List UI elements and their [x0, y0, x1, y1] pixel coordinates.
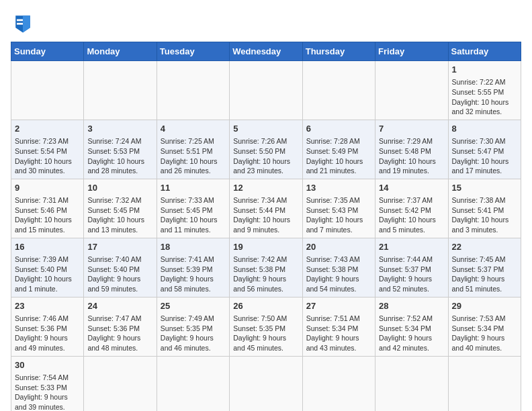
- day-number: 7: [379, 123, 444, 135]
- day-number: 17: [87, 241, 152, 253]
- day-number: 13: [306, 182, 371, 194]
- calendar-cell: 9Sunrise: 7:31 AM Sunset: 5:46 PM Daylig…: [11, 179, 84, 238]
- day-number: 15: [452, 182, 517, 194]
- day-number: 19: [233, 241, 298, 253]
- day-number: 11: [161, 182, 226, 194]
- day-info: Sunrise: 7:37 AM Sunset: 5:42 PM Dayligh…: [379, 196, 436, 234]
- day-info: Sunrise: 7:28 AM Sunset: 5:49 PM Dayligh…: [306, 137, 363, 175]
- calendar-cell: [157, 356, 229, 411]
- day-info: Sunrise: 7:38 AM Sunset: 5:41 PM Dayligh…: [452, 196, 509, 234]
- day-info: Sunrise: 7:54 AM Sunset: 5:33 PM Dayligh…: [15, 373, 69, 411]
- day-info: Sunrise: 7:52 AM Sunset: 5:34 PM Dayligh…: [379, 314, 433, 352]
- calendar-table: SundayMondayTuesdayWednesdayThursdayFrid…: [11, 42, 521, 411]
- weekday-header-monday: Monday: [84, 42, 157, 61]
- day-number: 3: [87, 123, 152, 135]
- calendar-cell: 20Sunrise: 7:43 AM Sunset: 5:38 PM Dayli…: [302, 238, 375, 297]
- day-number: 18: [161, 241, 226, 253]
- calendar-cell: 6Sunrise: 7:28 AM Sunset: 5:49 PM Daylig…: [302, 120, 375, 179]
- calendar-cell: 7Sunrise: 7:29 AM Sunset: 5:48 PM Daylig…: [375, 120, 448, 179]
- day-info: Sunrise: 7:42 AM Sunset: 5:38 PM Dayligh…: [233, 255, 287, 293]
- day-number: 28: [379, 300, 444, 312]
- weekday-header-thursday: Thursday: [302, 42, 375, 61]
- day-number: 5: [233, 123, 298, 135]
- day-info: Sunrise: 7:51 AM Sunset: 5:34 PM Dayligh…: [306, 314, 360, 352]
- day-number: 9: [15, 182, 80, 194]
- day-number: 29: [452, 300, 517, 312]
- day-info: Sunrise: 7:33 AM Sunset: 5:45 PM Dayligh…: [161, 196, 218, 234]
- weekday-header-wednesday: Wednesday: [230, 42, 302, 61]
- calendar-cell: 4Sunrise: 7:25 AM Sunset: 5:51 PM Daylig…: [157, 120, 229, 179]
- svg-rect-2: [17, 19, 23, 21]
- calendar-cell: 11Sunrise: 7:33 AM Sunset: 5:45 PM Dayli…: [157, 179, 229, 238]
- calendar-cell: [230, 356, 302, 411]
- calendar-cell: 1Sunrise: 7:22 AM Sunset: 5:55 PM Daylig…: [448, 61, 521, 120]
- calendar-cell: 22Sunrise: 7:45 AM Sunset: 5:37 PM Dayli…: [448, 238, 521, 297]
- day-number: 16: [15, 241, 80, 253]
- logo: [11, 11, 39, 35]
- calendar-cell: [375, 356, 448, 411]
- calendar-cell: 28Sunrise: 7:52 AM Sunset: 5:34 PM Dayli…: [375, 297, 448, 356]
- calendar-cell: 12Sunrise: 7:34 AM Sunset: 5:44 PM Dayli…: [230, 179, 302, 238]
- calendar-cell: 24Sunrise: 7:47 AM Sunset: 5:36 PM Dayli…: [84, 297, 157, 356]
- calendar-cell: 30Sunrise: 7:54 AM Sunset: 5:33 PM Dayli…: [11, 356, 84, 411]
- calendar-cell: 3Sunrise: 7:24 AM Sunset: 5:53 PM Daylig…: [84, 120, 157, 179]
- calendar-cell: 21Sunrise: 7:44 AM Sunset: 5:37 PM Dayli…: [375, 238, 448, 297]
- day-number: 2: [15, 123, 80, 135]
- calendar-cell: 13Sunrise: 7:35 AM Sunset: 5:43 PM Dayli…: [302, 179, 375, 238]
- day-number: 22: [452, 241, 517, 253]
- page-header: [11, 11, 521, 35]
- day-info: Sunrise: 7:35 AM Sunset: 5:43 PM Dayligh…: [306, 196, 363, 234]
- calendar-cell: [302, 356, 375, 411]
- calendar-cell: [84, 61, 157, 120]
- day-info: Sunrise: 7:25 AM Sunset: 5:51 PM Dayligh…: [161, 137, 218, 175]
- calendar-cell: 19Sunrise: 7:42 AM Sunset: 5:38 PM Dayli…: [230, 238, 302, 297]
- day-info: Sunrise: 7:40 AM Sunset: 5:40 PM Dayligh…: [87, 255, 141, 293]
- day-info: Sunrise: 7:49 AM Sunset: 5:35 PM Dayligh…: [161, 314, 214, 352]
- calendar-cell: 17Sunrise: 7:40 AM Sunset: 5:40 PM Dayli…: [84, 238, 157, 297]
- calendar-cell: [302, 61, 375, 120]
- calendar-cell: 23Sunrise: 7:46 AM Sunset: 5:36 PM Dayli…: [11, 297, 84, 356]
- calendar-cell: [230, 61, 302, 120]
- calendar-cell: 29Sunrise: 7:53 AM Sunset: 5:34 PM Dayli…: [448, 297, 521, 356]
- day-number: 12: [233, 182, 298, 194]
- day-info: Sunrise: 7:47 AM Sunset: 5:36 PM Dayligh…: [87, 314, 141, 352]
- weekday-header-sunday: Sunday: [11, 42, 84, 61]
- weekday-header-friday: Friday: [375, 42, 448, 61]
- day-info: Sunrise: 7:24 AM Sunset: 5:53 PM Dayligh…: [87, 137, 144, 175]
- weekday-header-saturday: Saturday: [448, 42, 521, 61]
- calendar-cell: 25Sunrise: 7:49 AM Sunset: 5:35 PM Dayli…: [157, 297, 229, 356]
- day-info: Sunrise: 7:53 AM Sunset: 5:34 PM Dayligh…: [452, 314, 506, 352]
- day-number: 30: [15, 359, 80, 371]
- day-info: Sunrise: 7:41 AM Sunset: 5:39 PM Dayligh…: [161, 255, 214, 293]
- calendar-cell: [84, 356, 157, 411]
- calendar-cell: [11, 61, 84, 120]
- day-info: Sunrise: 7:50 AM Sunset: 5:35 PM Dayligh…: [233, 314, 287, 352]
- day-info: Sunrise: 7:23 AM Sunset: 5:54 PM Dayligh…: [15, 137, 72, 175]
- day-number: 8: [452, 123, 517, 135]
- calendar-cell: [448, 356, 521, 411]
- calendar-cell: 5Sunrise: 7:26 AM Sunset: 5:50 PM Daylig…: [230, 120, 302, 179]
- day-number: 10: [87, 182, 152, 194]
- calendar-cell: 8Sunrise: 7:30 AM Sunset: 5:47 PM Daylig…: [448, 120, 521, 179]
- day-info: Sunrise: 7:46 AM Sunset: 5:36 PM Dayligh…: [15, 314, 69, 352]
- day-number: 21: [379, 241, 444, 253]
- calendar-cell: 15Sunrise: 7:38 AM Sunset: 5:41 PM Dayli…: [448, 179, 521, 238]
- day-info: Sunrise: 7:45 AM Sunset: 5:37 PM Dayligh…: [452, 255, 506, 293]
- calendar-cell: 27Sunrise: 7:51 AM Sunset: 5:34 PM Dayli…: [302, 297, 375, 356]
- day-number: 14: [379, 182, 444, 194]
- day-info: Sunrise: 7:22 AM Sunset: 5:55 PM Dayligh…: [452, 78, 509, 116]
- calendar-cell: 10Sunrise: 7:32 AM Sunset: 5:45 PM Dayli…: [84, 179, 157, 238]
- day-info: Sunrise: 7:43 AM Sunset: 5:38 PM Dayligh…: [306, 255, 360, 293]
- calendar-cell: [157, 61, 229, 120]
- day-number: 24: [87, 300, 152, 312]
- svg-marker-1: [23, 15, 30, 32]
- svg-rect-3: [17, 23, 23, 25]
- calendar-cell: 18Sunrise: 7:41 AM Sunset: 5:39 PM Dayli…: [157, 238, 229, 297]
- day-info: Sunrise: 7:44 AM Sunset: 5:37 PM Dayligh…: [379, 255, 433, 293]
- logo-icon: [11, 11, 35, 35]
- calendar-cell: 16Sunrise: 7:39 AM Sunset: 5:40 PM Dayli…: [11, 238, 84, 297]
- day-number: 26: [233, 300, 298, 312]
- day-number: 1: [452, 64, 517, 76]
- day-info: Sunrise: 7:30 AM Sunset: 5:47 PM Dayligh…: [452, 137, 509, 175]
- day-number: 27: [306, 300, 371, 312]
